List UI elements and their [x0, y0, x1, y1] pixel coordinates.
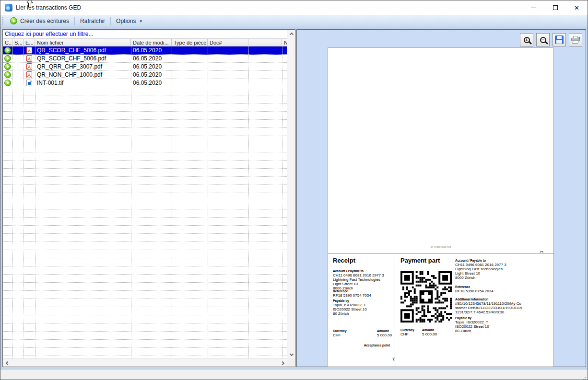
- payment-additional-line: stomer Ref/30/111222333/31/19010119: [455, 306, 522, 310]
- payment-amount-label: Amount: [422, 328, 434, 332]
- create-entries-label: Créer des écritures: [20, 18, 69, 24]
- grid-column-line: [208, 46, 208, 358]
- grid-header: C... S... E... Nom fichier Date de modi.…: [3, 38, 287, 46]
- column-header-e[interactable]: E...: [24, 39, 35, 46]
- resize-grip[interactable]: [585, 377, 586, 378]
- receipt-account-line: Light Street 10: [333, 282, 358, 286]
- print-icon: [571, 36, 580, 44]
- file-name: QR_SCOR_CHF_5006.pdf: [35, 55, 131, 62]
- save-button[interactable]: [553, 33, 566, 46]
- grid-column-line: [24, 46, 24, 358]
- main-toolbar: Créer des écritures Rafraîchir Options ▾: [0, 15, 588, 27]
- file-name: INT-001.tif: [35, 79, 131, 87]
- zoom-out-button[interactable]: −: [536, 33, 550, 46]
- maximize-icon: [553, 5, 558, 10]
- toolbar-grip[interactable]: [2, 17, 3, 25]
- document-page: qr-rechnung.net ✂ ✂ Receipt Account / Pa…: [328, 47, 553, 367]
- payment-currency-label: Currency: [400, 328, 414, 332]
- create-entries-button[interactable]: Créer des écritures: [6, 16, 73, 26]
- payment-account-line: Lightning Fast Technologies: [455, 267, 503, 271]
- column-header-doc[interactable]: Doc#: [208, 39, 248, 46]
- zoom-in-icon: +: [524, 37, 530, 43]
- options-menu-button[interactable]: Options ▾: [112, 16, 146, 26]
- receipt-payable-line: 80 Zürich: [333, 311, 349, 316]
- maximize-button[interactable]: [544, 0, 566, 15]
- acceptance-point-label: Acceptance point: [333, 344, 390, 347]
- filter-row[interactable]: Cliquez ici pour effectuer un filtre...: [3, 30, 287, 38]
- column-header-extra[interactable]: [248, 39, 282, 46]
- scroll-up-button[interactable]: [287, 30, 295, 37]
- grid-column-line: [131, 46, 131, 358]
- grid-column-line: [248, 46, 249, 358]
- play-icon[interactable]: [4, 47, 11, 54]
- toolbar-separator: [74, 17, 75, 25]
- file-table: 人 QR_SCOR_CHF_5006.pdf 06.05.2020 人 QR_S…: [3, 46, 287, 87]
- file-date: 06.05.2020: [131, 46, 172, 54]
- column-header-type[interactable]: Type de pièce: [172, 39, 208, 46]
- column-header-n[interactable]: N: [282, 39, 287, 46]
- table-row[interactable]: 人 QR_QRR_CHF_3007.pdf 06.05.2020: [3, 63, 287, 71]
- grid-column-line: [12, 46, 13, 358]
- file-name: QR_SCOR_CHF_5006.pdf: [35, 46, 131, 54]
- payment-reference-label: Reference: [455, 285, 470, 289]
- receipt-currency-value: CHF: [333, 333, 341, 337]
- file-name: QR_NON_CHF_1000.pdf: [35, 71, 131, 79]
- payment-payable-line: ISO20022 Street 10: [455, 324, 489, 329]
- close-button[interactable]: ✕: [566, 0, 588, 15]
- table-row[interactable]: 人 QR_NON_CHF_1000.pdf 06.05.2020: [3, 71, 287, 79]
- vertical-scrollbar[interactable]: [287, 30, 295, 358]
- grid-empty-area: [3, 87, 287, 358]
- file-date: 06.05.2020: [131, 55, 172, 62]
- scrollbar-corner: [287, 358, 295, 367]
- table-row[interactable]: 人 QR_SCOR_CHF_5006.pdf 06.05.2020: [3, 55, 287, 63]
- column-header-date[interactable]: Date de modi...: [131, 39, 172, 46]
- grid-column-line: [282, 46, 282, 358]
- mouse-cursor: [26, 0, 34, 8]
- qr-code: [400, 271, 452, 322]
- payment-title: Payment part: [400, 257, 440, 264]
- payment-additional-line: //S1/10/12345678/11/191110/20/My Cu: [455, 301, 521, 306]
- file-list-panel: Cliquez ici pour effectuer un filtre... …: [2, 29, 295, 367]
- scroll-down-button[interactable]: [287, 351, 295, 358]
- refresh-button[interactable]: Rafraîchir: [76, 16, 109, 26]
- receipt-account-line: CH11 0496 6081 2016 2977 3: [333, 273, 384, 277]
- save-icon: [555, 35, 564, 44]
- grid-column-line: [35, 46, 35, 358]
- payment-additional-line: 1231/32/7.7:4642.53/40/0:30: [455, 310, 504, 314]
- table-row[interactable]: 人 QR_SCOR_CHF_5006.pdf 06.05.2020: [3, 46, 287, 55]
- table-row[interactable]: INT-001.tif 06.05.2020: [3, 79, 287, 87]
- receipt-account-line: Lightning Fast Technologies: [333, 277, 380, 282]
- receipt-reference-value: RF18 5390 0754 7034: [333, 293, 371, 298]
- scissors-icon: ✂: [391, 357, 396, 361]
- payment-account-line: 8000 Zürich: [455, 276, 475, 280]
- file-date: 06.05.2020: [131, 79, 172, 87]
- file-date: 06.05.2020: [131, 63, 172, 70]
- scroll-right-button[interactable]: [279, 359, 287, 367]
- column-header-s[interactable]: S...: [12, 39, 24, 46]
- minimize-button[interactable]: [523, 0, 544, 15]
- payment-payable-label: Payable by: [455, 316, 471, 320]
- column-header-name[interactable]: Nom fichier: [35, 39, 131, 46]
- image-icon: [26, 80, 32, 86]
- payment-payable-line: 80 Zürich: [455, 329, 471, 333]
- column-header-c[interactable]: C...: [3, 39, 12, 46]
- payment-currency-value: CHF: [400, 332, 408, 336]
- scroll-left-button[interactable]: [3, 359, 11, 367]
- play-icon[interactable]: [4, 63, 11, 70]
- zoom-out-icon: −: [540, 37, 546, 43]
- print-button[interactable]: [569, 33, 582, 46]
- refresh-label: Rafraîchir: [80, 18, 105, 24]
- receipt-title: Receipt: [333, 257, 355, 264]
- cut-line-vertical: [395, 253, 395, 367]
- payment-account-label: Account / Payable to: [455, 259, 486, 263]
- play-icon[interactable]: [4, 55, 11, 62]
- app-window: Lier les transactions GED ✕ Créer des éc…: [0, 0, 588, 380]
- play-icon[interactable]: [4, 71, 11, 78]
- chevron-down-icon: ▾: [140, 19, 142, 23]
- receipt-payable-label: Payable by: [333, 299, 349, 303]
- horizontal-scrollbar[interactable]: [3, 358, 287, 367]
- play-icon[interactable]: [4, 80, 11, 86]
- zoom-in-button[interactable]: +: [520, 33, 533, 46]
- preview-panel: + − qr-rechnung.net ✂ ✂ Receipt Account …: [296, 29, 586, 367]
- payment-account-line: CH11 0496 6081 2016 2977 3: [455, 263, 506, 267]
